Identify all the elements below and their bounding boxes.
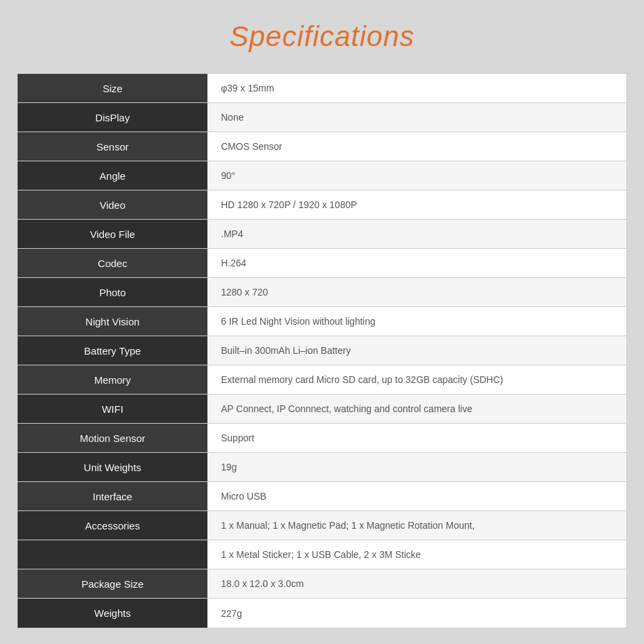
table-row: Motion SensorSupport — [18, 424, 626, 453]
table-row: Weights227g — [18, 599, 626, 628]
table-row: VideoHD 1280 x 720P / 1920 x 1080P — [18, 190, 626, 220]
spec-value: .MP4 — [207, 220, 626, 248]
spec-value: Built–in 300mAh Li–ion Battery — [207, 336, 626, 365]
spec-label: Photo — [18, 278, 207, 306]
table-row: DisPlayNone — [18, 103, 626, 132]
table-row: Video File.MP4 — [18, 220, 626, 249]
spec-value: 1 x Metal Sticker; 1 x USB Cable, 2 x 3M… — [207, 540, 626, 569]
table-row: MemoryExternal memory card Micro SD card… — [18, 365, 626, 395]
table-row: Night Vision6 IR Led Night Vision withou… — [18, 307, 626, 336]
spec-label: DisPlay — [18, 103, 207, 132]
spec-label: Battery Type — [18, 336, 207, 365]
spec-value: 227g — [207, 599, 626, 628]
spec-value: Support — [207, 424, 626, 452]
table-row: Package Size18.0 x 12.0 x 3.0cm — [18, 569, 626, 599]
table-row: Angle90° — [18, 161, 626, 190]
spec-label: Angle — [18, 161, 207, 190]
spec-label: Size — [18, 74, 207, 102]
spec-value: AP Connect, IP Connnect, watching and co… — [207, 395, 626, 423]
spec-label: Video — [18, 190, 207, 219]
spec-value: Micro USB — [207, 482, 626, 510]
spec-value: H.264 — [207, 249, 626, 277]
spec-label: Night Vision — [18, 307, 207, 336]
spec-value: φ39 x 15mm — [207, 74, 626, 102]
spec-value: External memory card Micro SD card, up t… — [207, 365, 626, 394]
spec-label: Memory — [18, 365, 207, 394]
spec-label — [18, 540, 207, 569]
table-row: WIFIAP Connect, IP Connnect, watching an… — [18, 395, 626, 424]
table-row: Photo1280 x 720 — [18, 278, 626, 307]
spec-value: 6 IR Led Night Vision without lighting — [207, 307, 626, 336]
spec-label: Accessories — [18, 511, 207, 540]
specifications-table: Sizeφ39 x 15mmDisPlayNoneSensorCMOS Sens… — [17, 73, 627, 628]
table-row: Unit Weights19g — [18, 453, 626, 482]
table-row: SensorCMOS Sensor — [18, 132, 626, 161]
table-row: Accessories1 x Manual; 1 x Magnetic Pad;… — [18, 511, 626, 540]
spec-value: 1280 x 720 — [207, 278, 626, 306]
table-row: CodecH.264 — [18, 249, 626, 278]
spec-value: 19g — [207, 453, 626, 481]
spec-label: Motion Sensor — [18, 424, 207, 452]
spec-value: HD 1280 x 720P / 1920 x 1080P — [207, 190, 626, 219]
spec-label: Interface — [18, 482, 207, 510]
table-row: 1 x Metal Sticker; 1 x USB Cable, 2 x 3M… — [18, 540, 626, 569]
table-row: Sizeφ39 x 15mm — [18, 74, 626, 103]
spec-value: 90° — [207, 161, 626, 190]
table-row: Battery TypeBuilt–in 300mAh Li–ion Batte… — [18, 336, 626, 365]
spec-label: Weights — [18, 599, 207, 628]
spec-label: Unit Weights — [18, 453, 207, 481]
spec-label: Video File — [18, 220, 207, 248]
spec-label: Codec — [18, 249, 207, 277]
spec-label: Package Size — [18, 569, 207, 598]
spec-value: None — [207, 103, 626, 132]
page-title: Specifications — [229, 20, 414, 53]
table-row: InterfaceMicro USB — [18, 482, 626, 511]
spec-label: Sensor — [18, 132, 207, 161]
spec-value: 18.0 x 12.0 x 3.0cm — [207, 569, 626, 598]
spec-label: WIFI — [18, 395, 207, 423]
spec-value: 1 x Manual; 1 x Magnetic Pad; 1 x Magnet… — [207, 511, 626, 540]
spec-value: CMOS Sensor — [207, 132, 626, 161]
